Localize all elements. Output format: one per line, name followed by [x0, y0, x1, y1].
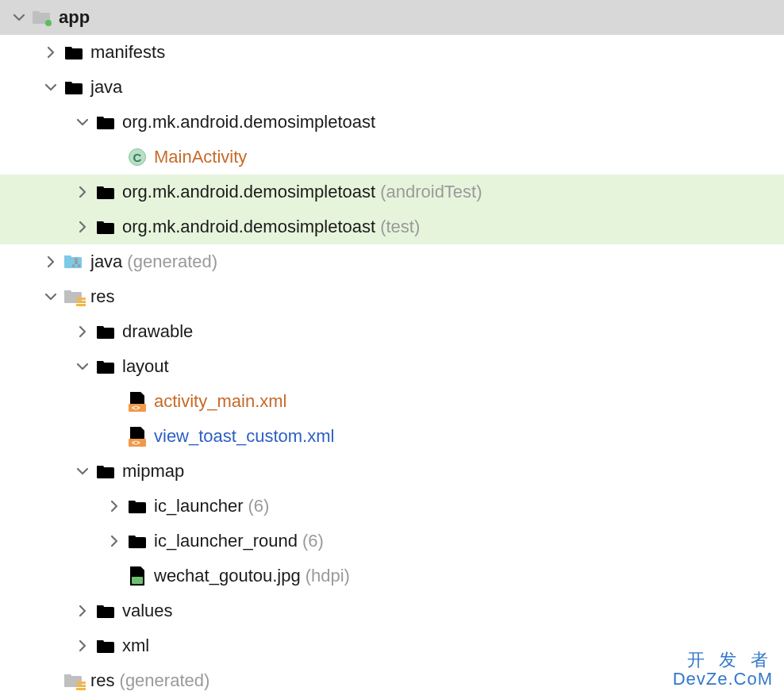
svg-point-1: [45, 20, 52, 26]
tree-item-label: res: [90, 286, 115, 307]
tree-item-res[interactable]: res: [0, 279, 784, 314]
folder-icon: [94, 638, 117, 654]
tree-item-label: res: [90, 670, 115, 691]
svg-rect-3: [76, 298, 86, 300]
resource-folder-icon: [62, 288, 86, 305]
tree-item-label: java: [90, 252, 122, 272]
tree-item-label: org.mk.android.demosimpletoast: [122, 182, 375, 202]
chevron-right-icon[interactable]: [103, 500, 125, 513]
svg-rect-4: [76, 301, 86, 303]
chevron-right-icon[interactable]: [103, 535, 125, 547]
folder-icon: [94, 463, 117, 479]
tree-item-java[interactable]: java: [0, 70, 784, 105]
folder-icon: [62, 79, 86, 95]
tree-item-xml[interactable]: xml: [0, 628, 784, 663]
chevron-down-icon[interactable]: [71, 116, 94, 129]
tree-item-label: MainActivity: [154, 147, 247, 167]
tree-item-package-androidtest[interactable]: org.mk.android.demosimpletoast (androidT…: [0, 175, 784, 209]
svg-text:<>: <>: [132, 404, 140, 412]
tree-item-label: xml: [122, 635, 149, 656]
folder-icon: [62, 44, 86, 60]
svg-rect-11: [76, 682, 86, 684]
tree-item-app[interactable]: app: [0, 0, 784, 35]
resource-folder-icon: [62, 672, 86, 689]
tree-item-suffix: (6): [248, 496, 270, 516]
chevron-down-icon[interactable]: [71, 360, 94, 373]
tree-item-label: org.mk.android.demosimpletoast: [122, 112, 375, 132]
package-icon: [94, 114, 117, 130]
generated-folder-icon: [62, 253, 86, 271]
tree-item-mipmap[interactable]: mipmap: [0, 454, 784, 489]
chevron-down-icon[interactable]: [71, 465, 94, 478]
image-file-icon: [125, 566, 149, 586]
tree-item-label: drawable: [122, 321, 193, 342]
tree-item-label: ic_launcher: [154, 496, 244, 516]
tree-item-suffix: (test): [380, 217, 420, 237]
svg-point-2: [75, 261, 78, 264]
folder-icon: [94, 359, 117, 374]
chevron-down-icon[interactable]: [40, 290, 62, 303]
tree-item-layout[interactable]: layout: [0, 349, 784, 384]
tree-item-label: view_toast_custom.xml: [154, 426, 334, 447]
chevron-down-icon[interactable]: [40, 81, 62, 94]
xml-file-icon: <>: [125, 426, 149, 447]
tree-item-label: app: [59, 7, 90, 28]
tree-item-main-activity[interactable]: C MainActivity: [0, 140, 784, 175]
chevron-right-icon[interactable]: [71, 325, 94, 338]
tree-item-label: activity_main.xml: [154, 391, 286, 412]
tree-item-label: values: [122, 601, 173, 621]
folder-icon: [94, 603, 117, 619]
watermark: 开 发 者 DevZe.CoM: [673, 651, 773, 689]
svg-text:<>: <>: [132, 439, 140, 447]
tree-item-label: mipmap: [122, 461, 184, 482]
tree-item-suffix: (generated): [127, 252, 217, 272]
tree-item-label: ic_launcher_round: [154, 531, 298, 551]
svg-rect-5: [76, 304, 86, 306]
svg-rect-12: [76, 685, 86, 687]
tree-item-activity-main-xml[interactable]: <> activity_main.xml: [0, 384, 784, 419]
package-icon: [94, 184, 117, 200]
tree-item-label: wechat_goutou.jpg: [154, 566, 301, 586]
tree-item-res-generated[interactable]: res (generated): [0, 663, 784, 695]
tree-item-label: org.mk.android.demosimpletoast: [122, 217, 375, 237]
tree-item-package-test[interactable]: org.mk.android.demosimpletoast (test): [0, 209, 784, 244]
tree-item-label: java: [90, 77, 122, 98]
tree-item-view-toast-custom-xml[interactable]: <> view_toast_custom.xml: [0, 419, 784, 454]
chevron-right-icon[interactable]: [71, 639, 94, 652]
tree-item-wechat-goutou-jpg[interactable]: wechat_goutou.jpg (hdpi): [0, 559, 784, 593]
tree-item-values[interactable]: values: [0, 593, 784, 628]
tree-item-label: layout: [122, 356, 169, 377]
xml-file-icon: <>: [125, 391, 149, 412]
chevron-right-icon[interactable]: [40, 255, 62, 268]
svg-rect-13: [76, 688, 86, 690]
package-icon: [94, 219, 117, 235]
chevron-right-icon[interactable]: [71, 605, 94, 617]
tree-item-package[interactable]: org.mk.android.demosimpletoast: [0, 105, 784, 140]
tree-item-java-generated[interactable]: java (generated): [0, 244, 784, 279]
project-tree: app manifests java org.mk.android.demosi…: [0, 0, 784, 695]
chevron-down-icon[interactable]: [8, 11, 30, 24]
folder-icon: [94, 324, 117, 340]
tree-item-ic-launcher-round[interactable]: ic_launcher_round (6): [0, 524, 784, 559]
folder-icon: [125, 533, 149, 549]
tree-item-ic-launcher[interactable]: ic_launcher (6): [0, 489, 784, 524]
folder-icon: [125, 498, 149, 514]
watermark-line2: DevZe.CoM: [673, 670, 773, 689]
tree-item-suffix: (generated): [120, 670, 210, 691]
tree-item-suffix: (hdpi): [306, 566, 350, 586]
class-icon: C: [125, 148, 149, 166]
watermark-line1: 开 发 者: [673, 651, 773, 670]
chevron-right-icon[interactable]: [71, 221, 94, 233]
tree-item-suffix: (6): [302, 531, 324, 551]
tree-item-label: manifests: [90, 42, 165, 63]
module-icon: [30, 9, 54, 26]
chevron-right-icon[interactable]: [71, 186, 94, 198]
chevron-right-icon[interactable]: [40, 46, 62, 59]
tree-item-manifests[interactable]: manifests: [0, 35, 784, 70]
tree-item-drawable[interactable]: drawable: [0, 314, 784, 349]
svg-rect-10: [132, 577, 143, 584]
tree-item-suffix: (androidTest): [380, 182, 482, 202]
